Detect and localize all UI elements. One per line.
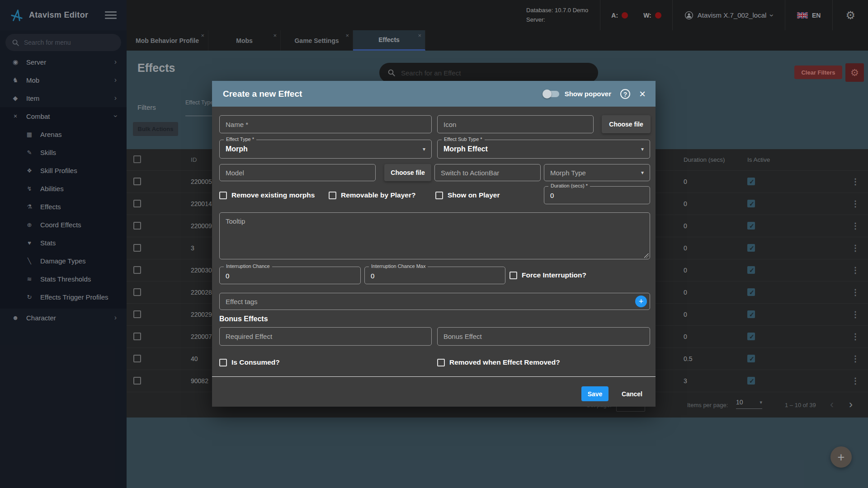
save-button[interactable]: Save: [581, 386, 609, 401]
morph-type-select[interactable]: Morph Type ▾: [544, 164, 650, 181]
removable-by-player-checkbox[interactable]: Removable by Player?: [329, 191, 415, 199]
required-effect-input[interactable]: [219, 327, 432, 346]
name-input[interactable]: [219, 115, 432, 133]
help-icon[interactable]: ?: [620, 89, 630, 99]
force-interruption-checkbox[interactable]: Force Interruption?: [509, 271, 586, 279]
remove-existing-morphs-checkbox[interactable]: Remove existing morphs: [219, 191, 315, 199]
close-icon[interactable]: ×: [639, 89, 646, 99]
show-on-player-checkbox[interactable]: Show on Player: [435, 191, 500, 199]
switch-to-actionbar-input[interactable]: [434, 164, 541, 181]
cancel-button[interactable]: Cancel: [618, 386, 646, 401]
tooltip-textarea[interactable]: [219, 212, 650, 259]
modal-title: Create a new Effect: [223, 89, 543, 99]
app-window: Atavism Editor Database: 10.7.0 Demo Ser…: [0, 0, 868, 488]
effect-sub-type-select[interactable]: Effect Sub Type * Morph Effect ▾: [437, 140, 650, 159]
bonus-effect-input[interactable]: [437, 327, 650, 346]
icon-input[interactable]: [437, 115, 594, 133]
model-input[interactable]: [219, 164, 376, 181]
interruption-chance-field[interactable]: Interruption Chance 0: [219, 267, 361, 284]
caret-down-icon: ▾: [641, 146, 644, 152]
create-effect-modal: Create a new Effect Show popover ? × Cho…: [212, 81, 656, 407]
modal-header: Create a new Effect Show popover ? ×: [212, 81, 656, 107]
caret-down-icon: ▾: [641, 169, 644, 176]
interruption-chance-max-field[interactable]: Interruption Chance Max 0: [364, 267, 505, 284]
is-consumed-checkbox[interactable]: Is Consumed?: [219, 358, 280, 366]
icon-choose-file-button[interactable]: Choose file: [602, 115, 651, 133]
show-popover-toggle[interactable]: [543, 91, 559, 97]
add-tag-button[interactable]: +: [635, 296, 647, 307]
removed-when-effect-removed-checkbox[interactable]: Removed when Effect Removed?: [437, 358, 560, 366]
duration-field[interactable]: Duration (secs) * 0: [544, 186, 650, 204]
resize-handle[interactable]: [644, 253, 649, 258]
model-choose-file-button[interactable]: Choose file: [384, 164, 431, 181]
caret-down-icon: ▾: [423, 146, 425, 152]
effect-tags-input[interactable]: [219, 293, 650, 310]
bonus-effects-heading: Bonus Effects: [219, 315, 268, 323]
show-popover-label: Show popover: [565, 90, 611, 98]
effect-type-select[interactable]: Effect Type * Morph ▾: [219, 140, 432, 159]
